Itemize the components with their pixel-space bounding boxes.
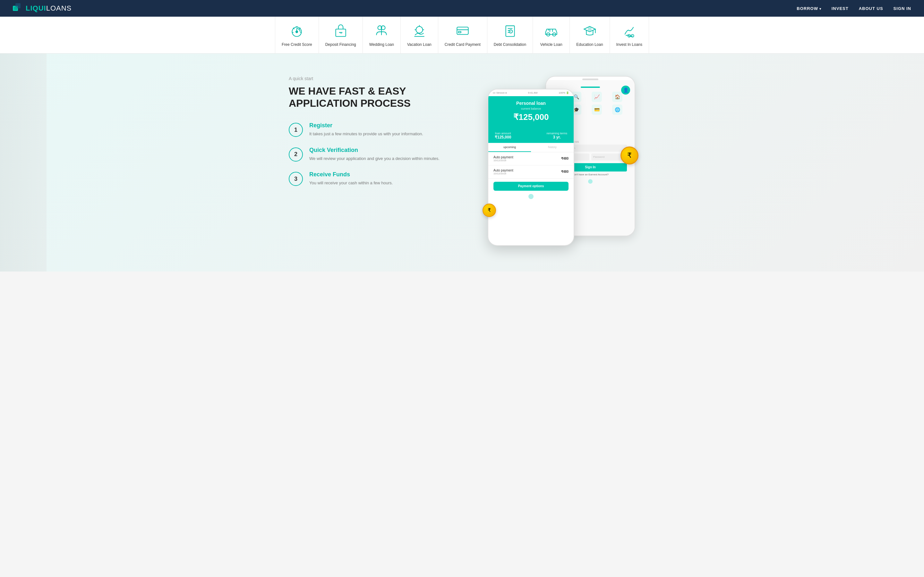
- gold-coin-small: ₹: [483, 203, 496, 217]
- deposit-financing-icon: %: [333, 23, 349, 39]
- status-battery: 100% 🔋: [559, 91, 569, 94]
- category-item-free-credit-score[interactable]: Free Credit Score: [275, 17, 319, 53]
- svg-rect-14: [457, 27, 468, 35]
- logo-text-light: LOANS: [46, 4, 72, 12]
- step-1: 1 Register It takes just a few minutes t…: [289, 122, 456, 137]
- remaining-value: 3 yr.: [546, 135, 567, 139]
- step-title-3: Receive Funds: [309, 171, 456, 178]
- main-content: A quick start WE HAVE FAST & EASY APPLIC…: [270, 53, 654, 271]
- step-number-3: 3: [289, 172, 303, 186]
- payment-row-1: Auto payment 10/12/2016 ₹480: [488, 152, 573, 165]
- logo-text-bold: LIQUI: [26, 4, 46, 12]
- deposit-financing-label: Deposit Financing: [325, 42, 356, 47]
- invest-in-loans-icon: [621, 23, 638, 39]
- step-number-1: 1: [289, 123, 303, 137]
- phone-loan-header: Personal loan current balance ₹125,000: [488, 96, 573, 129]
- loan-amount-label: loan amount: [495, 132, 511, 135]
- step-content-3: Receive Funds You will receive your cash…: [309, 171, 456, 186]
- payment-date-2: 10/12/2016: [493, 172, 513, 175]
- svg-rect-16: [458, 31, 461, 33]
- loan-title: Personal loan: [491, 101, 570, 106]
- payment-title-1: Auto payment: [493, 155, 513, 159]
- step-2: 2 Quick Verification We will review your…: [289, 147, 456, 162]
- nav-signin[interactable]: SIGN IN: [893, 6, 911, 11]
- wedding-loan-label: Wedding Loan: [369, 42, 394, 47]
- education-loan-label: Education Loan: [576, 42, 603, 47]
- invest-in-loans-label: Invest In Loans: [616, 42, 642, 47]
- wedding-loan-icon: [373, 23, 390, 39]
- vehicle-loan-label: Vehicle Loan: [540, 42, 562, 47]
- step-3: 3 Receive Funds You will receive your ca…: [289, 171, 456, 186]
- right-section: 💰 🔍 📈 🏠 🚗 🎓 💳 🌐 T EMAIL ADDRESS @earnest…: [488, 76, 635, 249]
- quick-start-label: A quick start: [289, 76, 456, 81]
- payment-title-2: Auto payment: [493, 169, 513, 172]
- tab-history[interactable]: history: [531, 143, 573, 152]
- category-bar: Free Credit Score%Deposit FinancingWeddi…: [0, 17, 924, 53]
- svg-point-30: [632, 34, 634, 37]
- bg-icon: 📈: [591, 92, 602, 102]
- phone-foreground: ••• Verizon ▸ 9:41 AM 100% 🔋 Personal lo…: [488, 89, 574, 246]
- category-item-vacation-loan[interactable]: Vacation Loan: [401, 17, 438, 53]
- vacation-loan-icon: [411, 23, 428, 39]
- svg-point-28: [588, 27, 591, 31]
- remaining-label: remaining terms: [546, 132, 567, 135]
- remaining-terms-item: remaining terms 3 yr.: [546, 132, 567, 139]
- loan-info-bar: loan amount ₹125,000 remaining terms 3 y…: [488, 129, 573, 143]
- bg-icon: 🌐: [612, 105, 622, 115]
- category-item-debt-consolidation[interactable]: ₹Debt Consolidation: [487, 17, 533, 53]
- main-heading: WE HAVE FAST & EASY APPLICATION PROCESS: [289, 85, 456, 110]
- svg-point-4: [296, 31, 298, 33]
- loan-amount-item: loan amount ₹125,000: [495, 132, 511, 139]
- payment-row-2: Auto payment 10/12/2016 ₹480: [488, 165, 573, 179]
- category-item-vehicle-loan[interactable]: Vehicle Loan: [533, 17, 570, 53]
- bg-icon: 💳: [591, 105, 602, 115]
- nav-invest[interactable]: INVEST: [832, 6, 849, 11]
- category-item-credit-card-payment[interactable]: Credit Card Payment: [438, 17, 487, 53]
- debt-consolidation-icon: ₹: [502, 23, 519, 39]
- vehicle-loan-icon: [543, 23, 559, 39]
- payment-tabs: upcoming history: [488, 143, 573, 152]
- category-item-deposit-financing[interactable]: %Deposit Financing: [319, 17, 363, 53]
- logo-text: LIQUILOANS: [26, 4, 71, 13]
- payment-options-btn[interactable]: Payment options: [493, 182, 569, 191]
- step-desc-2: We will review your application and give…: [309, 155, 456, 162]
- balance-label: current balance: [491, 107, 570, 110]
- step-desc-1: It takes just a few minutes to provide u…: [309, 131, 456, 137]
- category-item-invest-in-loans[interactable]: Invest In Loans: [610, 17, 649, 53]
- vacation-loan-label: Vacation Loan: [407, 42, 431, 47]
- tab-upcoming[interactable]: upcoming: [488, 143, 531, 152]
- debt-consolidation-label: Debt Consolidation: [494, 42, 526, 47]
- avatar-icon: 👤: [621, 85, 630, 95]
- free-credit-score-label: Free Credit Score: [282, 42, 312, 47]
- step-content-2: Quick Verification We will review your a…: [309, 147, 456, 162]
- left-section: A quick start WE HAVE FAST & EASY APPLIC…: [289, 76, 456, 196]
- balance-amount: ₹125,000: [491, 112, 570, 122]
- phone-status-bar: ••• Verizon ▸ 9:41 AM 100% 🔋: [488, 89, 573, 96]
- phone-home-indicator: [528, 194, 533, 199]
- hero-section: A quick start WE HAVE FAST & EASY APPLIC…: [0, 53, 924, 271]
- step-title-1: Register: [309, 122, 456, 129]
- svg-rect-2: [14, 7, 17, 10]
- gold-coin-large: ₹: [620, 147, 638, 164]
- nav-about[interactable]: ABOUT US: [859, 6, 883, 11]
- step-desc-3: You will receive your cash within a few …: [309, 180, 456, 186]
- status-time: 9:41 AM: [528, 91, 537, 94]
- education-loan-icon: [582, 23, 598, 39]
- payment-amount-2: ₹480: [561, 170, 569, 173]
- loan-amount-value: ₹125,000: [495, 135, 511, 139]
- nav-links: BORROW INVEST ABOUT US SIGN IN: [796, 6, 911, 11]
- navbar: LIQUILOANS BORROW INVEST ABOUT US SIGN I…: [0, 0, 924, 17]
- logo[interactable]: LIQUILOANS: [13, 3, 71, 13]
- nav-borrow[interactable]: BORROW: [796, 6, 821, 11]
- payment-date-1: 10/12/2016: [493, 159, 513, 162]
- credit-card-payment-label: Credit Card Payment: [445, 42, 481, 47]
- logo-icon: [13, 3, 23, 13]
- step-content-1: Register It takes just a few minutes to …: [309, 122, 456, 137]
- category-item-education-loan[interactable]: Education Loan: [570, 17, 610, 53]
- credit-card-payment-icon: [454, 23, 471, 39]
- category-item-wedding-loan[interactable]: Wedding Loan: [363, 17, 401, 53]
- svg-point-10: [416, 26, 423, 33]
- bg-icon: 🏠: [612, 92, 622, 102]
- status-carrier: ••• Verizon ▸: [493, 91, 507, 94]
- step-title-2: Quick Verification: [309, 147, 456, 153]
